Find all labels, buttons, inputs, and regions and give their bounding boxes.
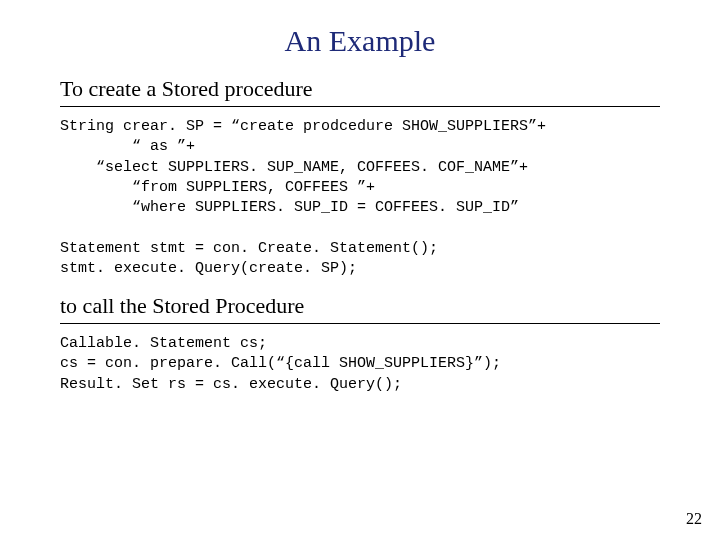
slide-title: An Example <box>60 24 660 58</box>
section1-code: String crear. SP = “create prodcedure SH… <box>60 117 660 279</box>
slide: An Example To create a Stored procedure … <box>0 0 720 540</box>
divider <box>60 323 660 324</box>
section2-heading: to call the Stored Procedure <box>60 293 660 319</box>
page-number: 22 <box>686 510 702 528</box>
section2-code: Callable. Statement cs; cs = con. prepar… <box>60 334 660 395</box>
divider <box>60 106 660 107</box>
section1-heading: To create a Stored procedure <box>60 76 660 102</box>
